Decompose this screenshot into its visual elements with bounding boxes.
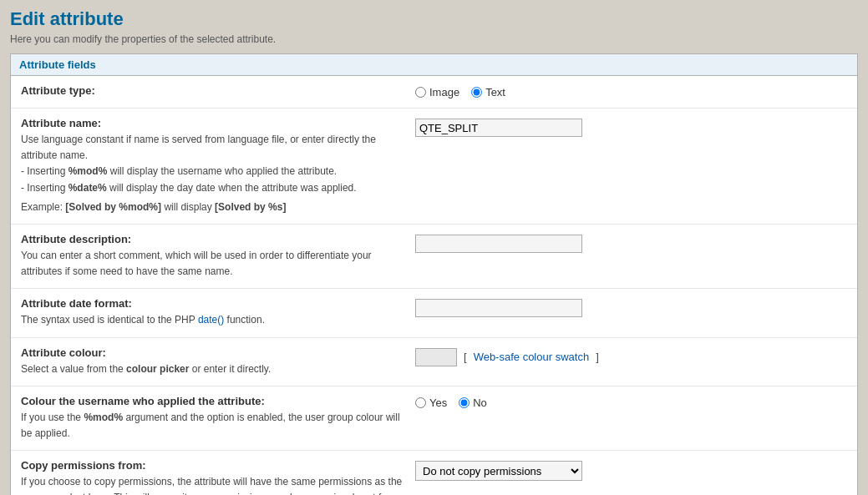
attribute-description-desc: You can enter a short comment, which wil…	[21, 248, 405, 280]
attribute-colour-label-col: Attribute colour: Select a value from th…	[21, 346, 405, 377]
attribute-description-label: Attribute description:	[21, 233, 405, 245]
attribute-type-label-col: Attribute type:	[21, 84, 405, 99]
attribute-type-row: Attribute type: Image Text	[11, 76, 857, 109]
colour-username-input-col: Yes No	[415, 395, 847, 409]
example-input: [Solved by %mod%]	[65, 201, 161, 213]
attribute-name-label-col: Attribute name: Use language constant if…	[21, 117, 405, 215]
attribute-name-input-col	[415, 117, 847, 137]
attribute-date-format-desc-suffix: function.	[224, 314, 265, 326]
attribute-date-format-input-col	[415, 297, 847, 317]
attribute-name-input[interactable]	[415, 119, 582, 137]
attribute-type-text-label[interactable]: Text	[471, 86, 505, 98]
attribute-colour-input-col: [ Web-safe colour swatch ]	[415, 346, 847, 366]
copy-permissions-row: Copy permissions from: If you choose to …	[11, 451, 857, 495]
attribute-date-format-label-col: Attribute date format: The syntax used i…	[21, 297, 405, 328]
attribute-name-desc1-text: Use language constant if name is served …	[21, 134, 376, 161]
attribute-description-input-col	[415, 233, 847, 253]
attribute-type-image-label[interactable]: Image	[415, 86, 459, 98]
attribute-type-text-radio[interactable]	[471, 87, 482, 98]
colour-username-row: Colour the username who applied the attr…	[11, 386, 857, 451]
example-output: [Solved by %s]	[215, 201, 286, 213]
form-panel: Attribute fields Attribute type: Image	[10, 53, 858, 495]
date-function-link[interactable]: date()	[198, 314, 224, 326]
attribute-type-radio-group: Image Text	[415, 86, 505, 98]
attribute-colour-row: Attribute colour: Select a value from th…	[11, 338, 857, 386]
colour-username-yes-text: Yes	[429, 397, 447, 409]
colour-username-yes-label[interactable]: Yes	[415, 397, 447, 409]
colour-picker-text: colour picker	[126, 363, 189, 375]
colour-username-radio-group: Yes No	[415, 397, 487, 409]
attribute-colour-desc: Select a value from the colour picker or…	[21, 361, 405, 377]
attribute-date-format-desc-prefix: The syntax used is identical to the PHP	[21, 314, 198, 326]
attribute-type-input-col: Image Text	[415, 84, 847, 98]
attribute-colour-label: Attribute colour:	[21, 346, 405, 359]
attribute-name-desc1: Use language constant if name is served …	[21, 132, 405, 196]
attribute-description-input[interactable]	[415, 235, 582, 253]
copy-permissions-label-col: Copy permissions from: If you choose to …	[21, 459, 405, 495]
colour-bracket-close: ]	[596, 351, 599, 363]
attribute-date-format-row: Attribute date format: The syntax used i…	[11, 289, 857, 337]
colour-username-label: Colour the username who applied the attr…	[21, 395, 405, 407]
colour-username-desc: If you use the %mod% argument and the op…	[21, 410, 405, 442]
copy-permissions-input-col: Do not copy permissions Custom	[415, 459, 847, 481]
colour-username-yes-radio[interactable]	[415, 397, 426, 408]
attribute-colour-desc-suffix: or enter it directly.	[189, 363, 271, 375]
colour-input-row: [ Web-safe colour swatch ]	[415, 348, 599, 366]
date-code: %date%	[69, 182, 107, 194]
attribute-date-format-input[interactable]	[415, 299, 582, 317]
colour-username-no-text: No	[473, 397, 487, 409]
attribute-type-text-text: Text	[485, 86, 505, 98]
page-title: Edit attribute	[10, 8, 858, 30]
attribute-type-image-text: Image	[429, 86, 459, 98]
attribute-type-image-radio[interactable]	[415, 87, 426, 98]
copy-permissions-desc: If you choose to copy permissions, the a…	[21, 474, 405, 495]
colour-bracket-open: [	[464, 351, 467, 363]
colour-swatch-link[interactable]: Web-safe colour swatch	[474, 351, 590, 363]
attribute-colour-desc-prefix: Select a value from the	[21, 363, 126, 375]
mod-code: %mod%	[69, 165, 108, 177]
colour-username-no-label[interactable]: No	[459, 397, 487, 409]
colour-username-mod-code: %mod%	[84, 412, 123, 423]
panel-header: Attribute fields	[11, 54, 857, 76]
attribute-date-format-desc: The syntax used is identical to the PHP …	[21, 312, 405, 328]
page-wrapper: Edit attribute Here you can modify the p…	[0, 0, 868, 495]
attribute-description-label-col: Attribute description: You can enter a s…	[21, 233, 405, 280]
panel-body: Attribute type: Image Text	[11, 76, 857, 495]
attribute-name-row: Attribute name: Use language constant if…	[11, 109, 857, 225]
colour-input[interactable]	[415, 348, 457, 366]
colour-username-no-radio[interactable]	[459, 397, 470, 408]
attribute-date-format-label: Attribute date format:	[21, 297, 405, 310]
attribute-name-example: Example: [Solved by %mod%] will display …	[21, 200, 405, 215]
attribute-description-row: Attribute description: You can enter a s…	[11, 225, 857, 289]
copy-permissions-label: Copy permissions from:	[21, 459, 405, 472]
copy-permissions-select[interactable]: Do not copy permissions Custom	[415, 461, 582, 481]
attribute-name-desc3: - Inserting %date% will display the day …	[21, 182, 357, 194]
attribute-name-label: Attribute name:	[21, 117, 405, 129]
colour-username-label-col: Colour the username who applied the attr…	[21, 395, 405, 442]
attribute-name-desc2: - Inserting %mod% will display the usern…	[21, 165, 337, 177]
page-subtitle: Here you can modify the properties of th…	[10, 33, 858, 45]
attribute-type-label: Attribute type:	[21, 84, 405, 97]
